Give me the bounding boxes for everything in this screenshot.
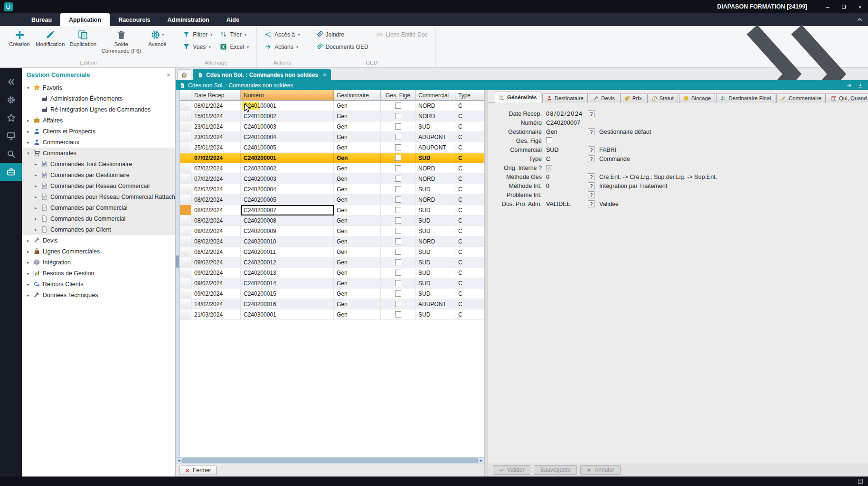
field-value-ges-fige[interactable] — [546, 137, 588, 145]
row-selector-cell[interactable] — [180, 163, 191, 174]
ges-fige-checkbox[interactable] — [395, 165, 401, 171]
ges-fige-checkbox[interactable] — [395, 176, 401, 182]
grid-row[interactable]: 08/01/2024C240100001GenNORDC — [180, 101, 484, 111]
ribbon-button-vues[interactable]: Vues▾ — [180, 43, 215, 51]
ribbon-button-liens-entite-doc[interactable]: Liens Entité-Doc — [374, 30, 430, 38]
hscroll-thumb[interactable] — [182, 458, 478, 463]
ges-fige-checkbox[interactable] — [395, 123, 401, 130]
tree-item-commandes-par-client[interactable]: ▸Commandes par Client — [22, 224, 175, 235]
tree-item-besoins-de-gestion[interactable]: ▸Besoins de Gestion — [22, 268, 175, 279]
row-selector-cell[interactable] — [180, 299, 191, 309]
ges-fige-checkbox[interactable] — [395, 249, 401, 255]
menu-tab-application[interactable]: Application — [60, 13, 110, 26]
tree-item-re-integration-lignes-de-commandes[interactable]: Ré-Intégration Lignes de Commandes — [22, 104, 175, 115]
dropdown-caret-icon[interactable]: ▾ — [245, 32, 247, 37]
grid-row[interactable]: 25/01/2024C240100005GenADUPONTC — [180, 142, 484, 153]
tree-item-donnees-techniques[interactable]: ▸Données Techniques — [22, 290, 175, 300]
expand-arrow-icon[interactable]: ▸ — [33, 162, 38, 167]
ribbon-button-excel[interactable]: Excel▾ — [217, 43, 251, 51]
tree-item-integration[interactable]: ▸Intégration — [22, 257, 175, 268]
row-selector-cell[interactable] — [180, 142, 191, 153]
expand-arrow-icon[interactable]: ▸ — [26, 238, 31, 243]
tree-item-commandes-pour-reseau-commercial-rattache[interactable]: ▸Commandes pour Réseau Commercial Rattac… — [22, 191, 175, 202]
grid-header-type[interactable]: Type — [455, 90, 484, 101]
detail-tab-generalites[interactable]: Généralités — [495, 92, 541, 103]
dropdown-caret-icon[interactable]: ▾ — [162, 32, 164, 37]
pin-right-icon[interactable] — [846, 83, 852, 88]
field-checkbox-orig-interne[interactable] — [546, 165, 552, 171]
grid-row[interactable]: 23/01/2024C240100003GenSUDC — [180, 122, 484, 132]
help-button-methode-ges[interactable]: ? — [588, 173, 595, 180]
scroll-right-icon[interactable]: ► — [478, 458, 484, 464]
row-selector-cell[interactable] — [180, 174, 191, 184]
detail-tab-statut[interactable]: Statut — [647, 93, 678, 103]
grid-row[interactable]: 09/02/2024C240200014GenSUDC — [180, 278, 484, 289]
tree-item-administration-evenements[interactable]: Administration Évènements — [22, 93, 175, 104]
tree-item-commandes-par-commercial[interactable]: ▸Commandes par Commercial — [22, 202, 175, 213]
row-selector-cell[interactable] — [180, 111, 191, 122]
ges-fige-checkbox[interactable] — [395, 113, 401, 119]
grid-horizontal-scrollbar[interactable]: ◄ ► — [176, 457, 484, 464]
ribbon-button-modification[interactable]: Modification — [33, 27, 67, 59]
grid-row[interactable]: 08/02/2024C240200007GenSUDC — [180, 205, 484, 215]
active-document-tab[interactable]: Cdes non Sol. : Commandes non soldées × — [193, 69, 331, 80]
tree-item-commandes-du-commercial[interactable]: ▸Commandes du Commercial — [22, 213, 175, 224]
ges-fige-checkbox[interactable] — [395, 301, 401, 307]
ges-fige-checkbox[interactable] — [395, 207, 401, 213]
tree-item-commandes-tout-gestionnaire[interactable]: ▸Commandes Tout Gestionnaire — [22, 159, 175, 169]
help-button-gestionnaire[interactable]: ? — [588, 128, 595, 135]
ges-fige-checkbox[interactable] — [395, 186, 401, 192]
detail-tab-devis[interactable]: Devis — [589, 93, 619, 103]
rail-item-workstation[interactable] — [0, 127, 22, 145]
annuler-button[interactable]: Annuler — [580, 465, 620, 475]
row-selector-cell[interactable] — [180, 309, 191, 320]
detail-tab-commentaire[interactable]: Commentaire — [776, 93, 826, 103]
expand-arrow-icon[interactable]: ▸ — [33, 195, 38, 199]
grid-vertical-scrollbar[interactable] — [176, 90, 180, 457]
grid-header-ges-fige[interactable]: Ges. Figé — [381, 90, 415, 101]
ges-fige-checkbox[interactable] — [395, 259, 401, 265]
row-selector-cell[interactable] — [180, 215, 191, 226]
tree-item-commandes[interactable]: ▾Commandes — [22, 148, 175, 159]
ges-fige-checkbox[interactable] — [395, 238, 401, 244]
grid-row[interactable]: 21/03/2024C240300001GenSUDC — [180, 309, 484, 320]
row-selector-cell[interactable] — [180, 132, 191, 142]
ges-fige-checkbox[interactable] — [395, 228, 401, 234]
row-selector-cell[interactable] — [180, 153, 191, 163]
grid-row[interactable]: 08/02/2024C240200011GenSUDC — [180, 247, 484, 257]
valider-button[interactable]: Valider — [493, 465, 530, 475]
rail-item-settings[interactable] — [0, 91, 22, 109]
ges-fige-checkbox[interactable] — [395, 103, 401, 109]
ribbon-button-solde-commande-f6[interactable]: Solde Commande (F6) — [99, 27, 143, 59]
expand-arrow-icon[interactable]: ▸ — [26, 282, 31, 287]
tree-item-retours-clients[interactable]: ▸Retours Clients — [22, 279, 175, 290]
ges-fige-checkbox[interactable] — [395, 217, 401, 224]
grid-row[interactable]: 07/02/2024C240200003GenNORDC — [180, 174, 484, 184]
sauvegarde-button[interactable]: Sauvegarde — [534, 465, 577, 475]
row-selector-cell[interactable] — [180, 205, 191, 215]
row-selector-cell[interactable] — [180, 195, 191, 205]
grid-row[interactable]: 15/01/2024C240100002GenNORDC — [180, 111, 484, 122]
expand-arrow-icon[interactable]: ▸ — [33, 206, 38, 210]
expand-arrow-icon[interactable]: ▾ — [26, 85, 31, 90]
grid-header-date-recep[interactable]: Date Recep. — [191, 90, 241, 101]
row-selector-cell[interactable] — [180, 236, 191, 247]
ges-fige-checkbox[interactable] — [395, 290, 401, 297]
expand-arrow-icon[interactable]: ▸ — [33, 216, 38, 221]
row-selector-cell[interactable] — [180, 278, 191, 289]
dropdown-caret-icon[interactable]: ▾ — [298, 32, 300, 37]
help-button-date-recep[interactable]: ? — [588, 110, 595, 117]
ribbon-button-duplication[interactable]: Duplication — [67, 27, 99, 59]
grid-header-numero[interactable]: Numéro — [241, 90, 334, 101]
tree-item-lignes-commerciales[interactable]: ▸Lignes Commerciales — [22, 246, 175, 257]
tree-item-affaires[interactable]: ▸Affaires — [22, 115, 175, 126]
ges-fige-checkbox[interactable] — [395, 270, 401, 276]
expand-arrow-icon[interactable]: ▸ — [26, 260, 31, 265]
grid-row[interactable]: 08/02/2024C240200009GenSUDC — [180, 226, 484, 236]
expand-arrow-icon[interactable]: ▾ — [26, 151, 31, 156]
help-button-type[interactable]: ? — [588, 155, 595, 162]
ges-fige-checkbox[interactable] — [395, 311, 401, 318]
grid-header-commercial[interactable]: Commercial — [415, 90, 455, 101]
menu-tab-administration[interactable]: Administration — [159, 13, 218, 26]
expand-arrow-icon[interactable]: ▸ — [33, 227, 38, 232]
